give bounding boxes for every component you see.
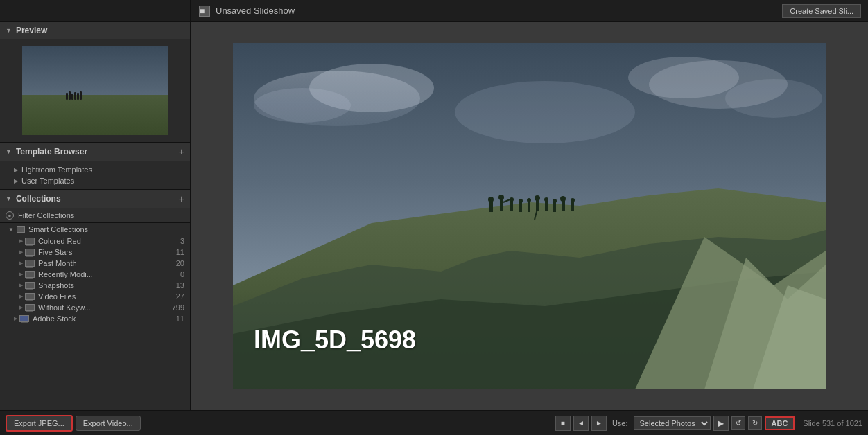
preview-ground — [22, 95, 168, 135]
svg-point-35 — [571, 198, 575, 202]
recently-modified-count: 0 — [180, 270, 184, 278]
slide-frame: IMG_5D_5698 — [233, 43, 826, 389]
lightroom-templates-arrow: ▶ — [14, 167, 18, 173]
video-files-label: Video Files — [38, 292, 173, 301]
repeat-button[interactable]: ↻ — [748, 416, 762, 430]
preview-person — [77, 93, 79, 100]
loop-icon: ↺ — [736, 419, 741, 427]
past-month-label: Past Month — [38, 259, 173, 267]
without-keywords-label: Without Keyw... — [38, 303, 169, 312]
slide-title: IMG_5D_5698 — [254, 326, 416, 355]
svg-rect-30 — [553, 202, 556, 212]
preview-thumbnail — [22, 46, 168, 135]
use-select[interactable]: Selected Photos All Photos — [634, 416, 711, 430]
prev-icon: ◄ — [578, 419, 584, 427]
smart-folder-icon — [17, 226, 25, 233]
user-templates-item[interactable]: ▶ User Templates — [0, 175, 190, 186]
five-stars-item[interactable]: ▶ Five Stars 11 — [0, 247, 190, 258]
filter-label: Filter Collections — [18, 211, 74, 220]
wk-expand: ▶ — [19, 305, 23, 310]
collections-section-header[interactable]: ▼ Collections + — [0, 190, 190, 208]
svg-point-17 — [498, 195, 504, 200]
preview-hikers — [66, 91, 82, 100]
top-bar: ■ Unsaved Slideshow Create Saved Sli... — [0, 0, 868, 22]
colored-red-item[interactable]: ▶ Colored Red 3 — [0, 236, 190, 247]
snapshots-item[interactable]: ▶ Snapshots 13 — [0, 280, 190, 291]
abc-button[interactable]: ABC — [765, 416, 795, 430]
cr-expand: ▶ — [19, 238, 23, 244]
svg-point-7 — [455, 81, 635, 143]
video-files-item[interactable]: ▶ Video Files 27 — [0, 291, 190, 302]
user-templates-label: User Templates — [21, 177, 74, 185]
loop-button[interactable]: ↺ — [731, 416, 745, 430]
svg-point-26 — [535, 195, 540, 201]
past-month-icon — [25, 260, 35, 267]
without-keywords-item[interactable]: ▶ Without Keyw... 799 — [0, 302, 190, 313]
past-month-item[interactable]: ▶ Past Month 20 — [0, 258, 190, 269]
svg-point-5 — [628, 57, 739, 98]
video-files-count: 27 — [176, 292, 184, 301]
preview-triangle: ▼ — [6, 27, 12, 34]
svg-rect-23 — [528, 202, 530, 212]
as-expand: ▶ — [14, 316, 17, 321]
svg-rect-16 — [500, 199, 503, 211]
template-browser-title: Template Browser — [16, 147, 179, 157]
preview-person — [66, 93, 68, 100]
video-files-icon — [25, 293, 35, 300]
snapshots-icon — [25, 282, 35, 289]
adobe-stock-label: Adobe Stock — [33, 314, 173, 323]
adobe-stock-item[interactable]: ▶ Adobe Stock 11 — [0, 313, 190, 324]
rm-expand: ▶ — [19, 272, 23, 277]
smart-triangle: ▼ — [8, 227, 14, 233]
collections-content: ● Filter Collections ▼ Smart Collections… — [0, 208, 190, 410]
smart-collections-header[interactable]: ▼ Smart Collections — [0, 223, 190, 236]
svg-rect-14 — [489, 201, 493, 212]
recently-modified-item[interactable]: ▶ Recently Modi... 0 — [0, 269, 190, 280]
svg-point-15 — [488, 197, 494, 202]
without-keywords-count: 799 — [172, 303, 184, 312]
preview-sky — [22, 46, 168, 100]
preview-title: Preview — [16, 26, 184, 35]
adobe-stock-icon — [19, 315, 29, 322]
snapshots-count: 13 — [176, 281, 184, 290]
slideshow-title: Unsaved Slideshow — [216, 6, 295, 16]
stop-button[interactable]: ■ — [555, 416, 571, 431]
svg-point-20 — [510, 197, 514, 202]
top-bar-center: ■ Unsaved Slideshow — [191, 6, 782, 17]
next-button[interactable]: ► — [591, 416, 607, 431]
preview-area — [0, 39, 190, 143]
play-button[interactable]: ▶ — [713, 416, 729, 431]
template-browser-header[interactable]: ▼ Template Browser + — [0, 143, 190, 161]
template-browser-add[interactable]: + — [179, 146, 184, 157]
svg-point-33 — [560, 196, 566, 202]
colored-red-count: 3 — [180, 237, 184, 245]
export-video-button[interactable]: Export Video... — [76, 416, 141, 431]
lightroom-templates-item[interactable]: ▶ Lightroom Templates — [0, 164, 190, 175]
without-keywords-icon — [25, 304, 35, 311]
svg-point-3 — [254, 88, 351, 123]
svg-point-24 — [527, 198, 531, 202]
module-icon: ■ — [199, 6, 210, 17]
create-saved-button[interactable]: Create Saved Sli... — [782, 4, 861, 18]
prev-button[interactable]: ◄ — [573, 416, 589, 431]
slideshow-canvas: IMG_5D_5698 — [191, 22, 868, 410]
preview-section-header[interactable]: ▼ Preview — [0, 22, 190, 39]
user-templates-arrow: ▶ — [14, 178, 18, 184]
preview-person — [74, 92, 76, 100]
svg-point-29 — [544, 197, 548, 202]
play-icon: ▶ — [718, 418, 724, 428]
pm-expand: ▶ — [19, 260, 23, 266]
collections-add[interactable]: + — [179, 193, 184, 204]
svg-rect-21 — [519, 202, 522, 212]
fs-expand: ▶ — [19, 249, 23, 255]
svg-rect-19 — [510, 201, 513, 211]
past-month-count: 20 — [176, 259, 184, 267]
use-label: Use: — [612, 419, 628, 427]
svg-point-6 — [725, 79, 822, 118]
bottom-bar: Export JPEG... Export Video... ■ ◄ ► Use… — [0, 410, 868, 435]
template-browser-content: ▶ Lightroom Templates ▶ User Templates — [0, 161, 190, 190]
preview-person — [80, 91, 82, 100]
export-jpeg-button[interactable]: Export JPEG... — [6, 415, 73, 432]
snapshots-label: Snapshots — [38, 281, 173, 290]
repeat-icon: ↻ — [752, 419, 758, 427]
